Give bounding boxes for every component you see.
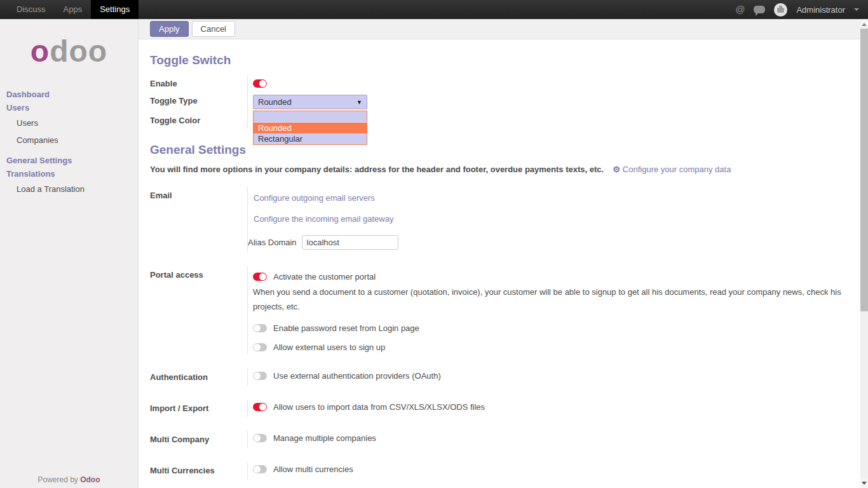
email-group: Email Configure outgoing email servers C… xyxy=(150,187,849,252)
portal-description: When you send a document to a customer (… xyxy=(253,285,844,315)
multi-company-setting-label: Manage multiple companies xyxy=(273,433,376,443)
toggle-color-label: Toggle Color xyxy=(150,112,247,129)
toggle-type-dropdown: Rounded Rectangular xyxy=(253,111,367,145)
gear-icon: ⚙ xyxy=(613,165,620,174)
oauth-label: Use external authentication providers (O… xyxy=(273,371,441,381)
authentication-group: Authentication Use external authenticati… xyxy=(150,369,849,386)
configure-outgoing-email-link[interactable]: Configure outgoing email servers xyxy=(254,193,849,203)
dropdown-option-blank[interactable] xyxy=(254,111,367,123)
vertical-scrollbar[interactable] xyxy=(860,19,868,488)
scrollbar-thumb[interactable] xyxy=(860,29,868,311)
nav-item-apps[interactable]: Apps xyxy=(55,0,92,19)
navbar-menu: Discuss Apps Settings xyxy=(0,0,139,19)
activate-portal-label: Activate the customer portal xyxy=(273,272,376,281)
configure-company-link[interactable]: Configure your company data xyxy=(623,165,731,174)
activate-portal-toggle[interactable] xyxy=(253,273,267,281)
main-panel: Apply Cancel Toggle Switch Enable Toggle… xyxy=(139,19,860,488)
multi-currencies-group: Multi Currencies Allow multi currencies xyxy=(150,462,849,479)
user-menu-label[interactable]: Administrator xyxy=(796,5,845,15)
nav-item-settings[interactable]: Settings xyxy=(91,0,139,19)
import-export-group: Import / Export Allow users to import da… xyxy=(150,400,849,417)
apply-button[interactable]: Apply xyxy=(150,21,189,37)
portal-access-group: Portal access Activate the customer port… xyxy=(150,266,849,355)
logo-rest: doo xyxy=(50,34,107,68)
sidebar-item-dashboard[interactable]: Dashboard xyxy=(0,88,138,101)
alias-domain-input[interactable] xyxy=(302,235,398,250)
enable-toggle[interactable] xyxy=(253,79,267,88)
sidebar-item-load-translation[interactable]: Load a Translation xyxy=(0,180,138,198)
powered-by-text: Powered by xyxy=(37,475,80,484)
toggle-type-select[interactable]: Rounded ▼ xyxy=(253,95,367,109)
sidebar-item-general-settings[interactable]: General Settings xyxy=(0,154,138,167)
dropdown-option-rounded[interactable]: Rounded xyxy=(254,123,367,133)
password-reset-label: Enable password reset from Login page xyxy=(273,323,419,333)
multi-currencies-setting-label: Allow multi currencies xyxy=(273,464,353,474)
top-navbar: Discuss Apps Settings @ Administrator xyxy=(0,0,868,19)
settings-form: Toggle Switch Enable Toggle Type Toggle … xyxy=(139,39,860,488)
configure-incoming-email-link[interactable]: Configure the incoming email gateway xyxy=(254,214,849,224)
multi-company-toggle[interactable] xyxy=(253,434,267,442)
mention-icon[interactable]: @ xyxy=(735,0,745,19)
odoo-logo: odoo xyxy=(0,27,138,76)
multi-currencies-toggle[interactable] xyxy=(253,465,267,473)
oauth-toggle[interactable] xyxy=(253,372,267,380)
allow-import-label: Allow users to import data from CSV/XLS/… xyxy=(273,402,485,412)
select-caret-icon: ▼ xyxy=(356,99,362,105)
portal-access-label: Portal access xyxy=(150,266,247,283)
powered-by: Powered by Odoo xyxy=(0,475,138,484)
scroll-down-button[interactable] xyxy=(860,478,868,488)
odoo-brand-link[interactable]: Odoo xyxy=(80,475,100,484)
sidebar-nav: Dashboard Users Users Companies General … xyxy=(0,88,138,198)
password-reset-toggle[interactable] xyxy=(253,324,267,332)
logo-first-letter: o xyxy=(31,34,50,68)
multi-company-label: Multi Company xyxy=(150,431,247,448)
user-avatar[interactable] xyxy=(774,3,787,17)
external-signup-label: Allow external users to sign up xyxy=(273,342,385,352)
general-settings-title: General Settings xyxy=(150,143,849,157)
arrow-up-icon xyxy=(862,20,867,26)
toggle-switch-group: Enable Toggle Type Toggle Color Rounded … xyxy=(150,75,849,129)
sidebar-item-users-group[interactable]: Users xyxy=(0,101,138,114)
sidebar-item-translations[interactable]: Translations xyxy=(0,167,138,180)
multi-company-group: Multi Company Manage multiple companies xyxy=(150,431,849,448)
external-signup-toggle[interactable] xyxy=(253,343,267,351)
allow-import-toggle[interactable] xyxy=(253,403,267,411)
chevron-down-icon[interactable] xyxy=(854,8,859,13)
nav-item-discuss[interactable]: Discuss xyxy=(8,0,55,19)
toggle-type-label: Toggle Type xyxy=(150,92,247,112)
form-toolbar: Apply Cancel xyxy=(139,19,860,39)
arrow-down-icon xyxy=(862,482,867,487)
messages-icon[interactable] xyxy=(754,6,765,13)
toggle-switch-title: Toggle Switch xyxy=(150,53,849,67)
authentication-label: Authentication xyxy=(150,369,247,386)
multi-currencies-label: Multi Currencies xyxy=(150,462,247,479)
import-export-label: Import / Export xyxy=(150,400,247,417)
sidebar-item-users[interactable]: Users xyxy=(0,114,138,132)
sidebar-item-companies[interactable]: Companies xyxy=(0,132,138,149)
enable-label: Enable xyxy=(150,75,247,92)
alias-domain-label: Alias Domain xyxy=(248,238,297,247)
dropdown-option-rectangular[interactable]: Rectangular xyxy=(254,133,367,144)
scroll-up-button[interactable] xyxy=(860,19,868,29)
toggle-type-selected-value: Rounded xyxy=(258,97,292,107)
sidebar: odoo Dashboard Users Users Companies Gen… xyxy=(0,19,139,488)
cancel-button[interactable]: Cancel xyxy=(192,21,235,37)
general-settings-intro: You will find more options in your compa… xyxy=(150,165,604,174)
email-label: Email xyxy=(150,187,247,204)
